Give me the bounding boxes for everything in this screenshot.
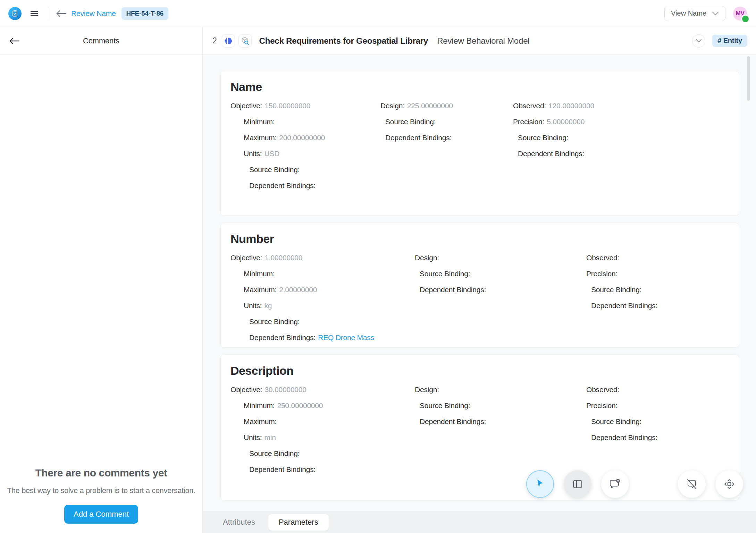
field-row: Maximum: (230, 417, 415, 426)
review-name-link[interactable]: Review Name (71, 9, 116, 18)
tab-attributes[interactable]: Attributes (212, 514, 266, 531)
select-tool-button[interactable] (526, 470, 554, 498)
field-value: 120.00000000 (548, 102, 594, 110)
scrollbar-thumb[interactable] (747, 56, 750, 101)
main-panel: 2 Check Requirements for Geospatial Libr… (203, 27, 756, 533)
field-row: Source Binding: (513, 133, 729, 142)
card-title: Number (230, 232, 729, 246)
bottom-tab-bar: Attributes Parameters (203, 511, 756, 533)
tab-parameters[interactable]: Parameters (268, 514, 329, 531)
field-label: Source Binding: (249, 166, 300, 174)
field-row: Units:min (230, 433, 415, 442)
field-row: Source Binding: (380, 117, 513, 126)
document-subtitle: Review Behavioral Model (437, 36, 529, 46)
comments-header: Comments (0, 27, 202, 55)
field-value: 225.00000000 (407, 102, 453, 110)
field-row: Dependent Bindings: (586, 433, 729, 442)
field-label: Objective: (230, 254, 262, 262)
field-row: Units:kg (230, 301, 415, 310)
field-row: Units:USD (230, 149, 380, 158)
field-value: min (264, 433, 276, 441)
parameter-card: NumberObjective:1.00000000Minimum:Maximu… (220, 223, 739, 348)
presence-dot (742, 16, 749, 22)
field-row: Dependent Bindings: (586, 301, 729, 310)
field-label: Precision: (513, 118, 544, 126)
field-label: Observed: (586, 386, 619, 394)
empty-state-subtitle: The best way to solve a problem is to st… (7, 487, 195, 495)
divider (48, 7, 48, 20)
field-row: Source Binding: (230, 317, 415, 326)
add-comment-tool-button[interactable] (601, 470, 629, 498)
card-column: Observed:120.00000000Precision:5.0000000… (513, 101, 729, 197)
field-label: Minimum: (244, 118, 275, 126)
field-label: Source Binding: (385, 118, 436, 126)
comments-sidebar: Comments There are no comments yet The b… (0, 27, 203, 533)
field-label: Source Binding: (249, 449, 300, 457)
card-column: Design:Source Binding:Dependent Bindings… (415, 253, 586, 348)
field-label: Units: (244, 150, 262, 158)
field-row: Dependent Bindings: (380, 133, 513, 142)
split-panel-button[interactable] (564, 470, 591, 498)
entity-badge: # Entity (712, 35, 747, 47)
field-label: Objective: (230, 102, 262, 110)
avatar[interactable]: MV (733, 7, 747, 20)
add-comment-button[interactable]: Add a Comment (64, 505, 138, 524)
field-row: Minimum: (230, 117, 380, 126)
binding-link[interactable]: REQ Drone Mass (318, 333, 374, 341)
field-label: Maximum: (244, 286, 277, 294)
collapse-chevron-button[interactable] (692, 34, 705, 48)
parameter-card: DescriptionObjective:30.00000000Minimum:… (220, 355, 739, 500)
field-label: Dependent Bindings: (518, 150, 584, 158)
field-row: Maximum:200.00000000 (230, 133, 380, 142)
empty-state-title: There are no comments yet (35, 467, 167, 479)
card-title: Name (230, 80, 729, 94)
hexagon-model-button[interactable] (222, 34, 235, 48)
field-label: Dependent Bindings: (249, 465, 316, 473)
card-columns: Objective:1.00000000Minimum:Maximum:2.00… (230, 253, 729, 348)
field-row: Dependent Bindings: (415, 285, 586, 294)
field-row: Source Binding: (415, 269, 586, 278)
chevron-down-icon (712, 11, 719, 16)
field-row: Source Binding: (230, 449, 415, 458)
field-label: Dependent Bindings: (249, 181, 316, 189)
field-row: Precision: (586, 269, 729, 278)
hide-comments-button[interactable] (678, 470, 706, 498)
field-row: Dependent Bindings:REQ Drone Mass (230, 333, 415, 342)
field-label: Objective: (230, 386, 262, 394)
cards: NameObjective:150.00000000Minimum:Maximu… (203, 55, 756, 511)
view-name-dropdown[interactable]: View Name (664, 6, 725, 21)
field-value: USD (264, 150, 279, 158)
field-row: Observed: (586, 385, 729, 394)
field-label: Source Binding: (420, 401, 470, 409)
field-label: Precision: (586, 270, 618, 278)
card-columns: Objective:150.00000000Minimum:Maximum:20… (230, 101, 729, 197)
field-value: kg (264, 302, 272, 310)
pan-move-button[interactable] (715, 470, 743, 498)
card-column: Objective:150.00000000Minimum:Maximum:20… (230, 101, 380, 197)
field-label: Dependent Bindings: (420, 417, 486, 425)
cursor-icon (535, 479, 545, 490)
field-row: Precision:5.00000000 (513, 117, 729, 126)
model-search-button[interactable] (238, 34, 252, 48)
field-value: 5.00000000 (547, 118, 585, 126)
card-column: Design:Source Binding:Dependent Bindings… (415, 385, 586, 481)
field-row: Dependent Bindings: (513, 149, 729, 158)
hamburger-menu-icon[interactable] (28, 8, 40, 19)
field-row: Design:225.00000000 (380, 101, 513, 110)
card-column: Observed:Precision:Source Binding:Depend… (586, 253, 729, 348)
split-panel-icon (572, 479, 583, 489)
field-label: Dependent Bindings: (591, 302, 657, 310)
avatar-initials: MV (736, 10, 744, 17)
field-row: Source Binding: (415, 401, 586, 410)
review-id-badge: HFE-54-T-86 (121, 7, 169, 20)
app-logo-icon[interactable] (8, 7, 22, 20)
field-value: 200.00000000 (279, 134, 325, 142)
card-columns: Objective:30.00000000Minimum:250.0000000… (230, 385, 729, 481)
field-label: Observed: (513, 102, 546, 110)
field-label: Source Binding: (591, 286, 641, 294)
field-label: Source Binding: (420, 270, 470, 278)
back-arrow-icon[interactable] (56, 10, 66, 17)
comments-title: Comments (0, 36, 202, 45)
field-label: Dependent Bindings: (591, 433, 657, 441)
chevron-down-icon (696, 39, 702, 43)
